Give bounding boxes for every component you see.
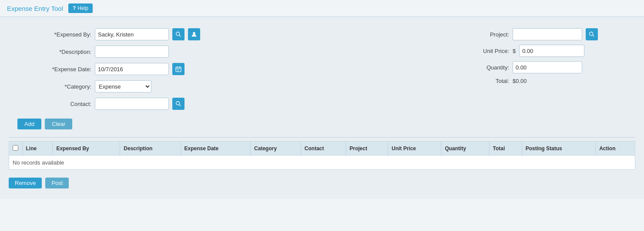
- help-label: Help: [77, 5, 88, 11]
- expensed-by-label: *Expensed By:: [35, 31, 91, 38]
- th-expensed-by: Expensed By: [53, 142, 120, 156]
- svg-line-9: [179, 105, 181, 106]
- unit-price-label: Unit Price:: [470, 48, 509, 54]
- table-header: Line Expensed By Description Expense Dat…: [9, 142, 635, 156]
- project-row: Project:: [470, 28, 609, 40]
- quantity-input[interactable]: [513, 61, 582, 73]
- expense-date-input[interactable]: [95, 63, 169, 75]
- section-divider: [9, 137, 635, 138]
- expensed-by-search-button[interactable]: [172, 28, 184, 40]
- contact-input[interactable]: [95, 98, 169, 110]
- unit-price-dollar: $: [513, 48, 516, 54]
- no-records-row: No records available: [9, 156, 635, 170]
- expensed-by-input[interactable]: [95, 28, 169, 40]
- main-content: *Expensed By: *Description:: [0, 17, 644, 199]
- svg-point-0: [176, 32, 180, 36]
- form-right: Project: Unit Price: $ Quantity:: [470, 28, 609, 110]
- person-icon: [191, 31, 197, 37]
- quantity-label: Quantity:: [470, 64, 509, 71]
- th-line: Line: [22, 142, 53, 156]
- description-input[interactable]: [95, 46, 169, 58]
- unit-price-input[interactable]: [519, 45, 584, 57]
- th-description: Description: [120, 142, 181, 156]
- contact-row: Contact:: [35, 98, 444, 110]
- unit-price-row: Unit Price: $: [470, 45, 609, 57]
- th-unit-price: Unit Price: [388, 142, 441, 156]
- contact-search-button[interactable]: [172, 98, 184, 110]
- svg-text:31: 31: [177, 69, 179, 71]
- clear-button[interactable]: Clear: [45, 119, 72, 129]
- contact-label: Contact:: [35, 101, 91, 107]
- page-title: Expense Entry Tool: [7, 5, 63, 12]
- svg-point-8: [176, 102, 180, 105]
- description-row: *Description:: [35, 46, 444, 58]
- description-label: *Description:: [35, 49, 91, 55]
- svg-point-10: [590, 32, 593, 36]
- th-quantity: Quantity: [441, 142, 489, 156]
- table-wrapper: Line Expensed By Description Expense Dat…: [9, 141, 635, 170]
- form-left: *Expensed By: *Description:: [35, 28, 444, 110]
- search-icon: [175, 101, 181, 107]
- th-expense-date: Expense Date: [181, 142, 251, 156]
- th-category: Category: [251, 142, 301, 156]
- calendar-button[interactable]: 31: [172, 63, 184, 75]
- help-question-mark: ?: [73, 5, 76, 11]
- form-area: *Expensed By: *Description:: [9, 24, 635, 114]
- expense-date-row: *Expense Date: 31: [35, 63, 444, 75]
- th-project: Project: [346, 142, 388, 156]
- page-title-static: Expense Entry: [7, 5, 51, 12]
- th-posting-status: Posting Status: [522, 142, 595, 156]
- add-button[interactable]: Add: [17, 119, 41, 129]
- expense-date-label: *Expense Date:: [35, 66, 91, 73]
- th-action: Action: [596, 142, 635, 156]
- project-input[interactable]: [513, 28, 582, 40]
- no-records-message: No records available: [9, 156, 635, 170]
- category-select[interactable]: Expense: [95, 80, 151, 92]
- expensed-by-person-button[interactable]: [188, 28, 200, 40]
- page-header: Expense Entry Tool ? Help: [0, 0, 644, 15]
- quantity-row: Quantity:: [470, 61, 609, 73]
- select-all-checkbox[interactable]: [13, 145, 18, 151]
- total-label: Total:: [470, 78, 509, 84]
- search-icon: [589, 31, 595, 37]
- th-contact: Contact: [301, 142, 345, 156]
- action-buttons-row: Add Clear: [9, 114, 635, 134]
- table-header-row: Line Expensed By Description Expense Dat…: [9, 142, 635, 156]
- th-total: Total: [489, 142, 522, 156]
- page-title-dynamic: Tool: [51, 5, 63, 12]
- svg-line-1: [179, 35, 181, 37]
- search-icon: [175, 31, 181, 37]
- project-search-button[interactable]: [586, 28, 598, 40]
- th-checkbox: [9, 142, 22, 156]
- remove-button[interactable]: Remove: [9, 178, 42, 188]
- total-value: $0.00: [513, 78, 527, 84]
- category-row: *Category: Expense: [35, 80, 444, 92]
- total-row: Total: $0.00: [470, 78, 609, 84]
- expensed-by-row: *Expensed By:: [35, 28, 444, 40]
- svg-point-2: [193, 32, 195, 34]
- project-label: Project:: [470, 31, 509, 38]
- bottom-buttons: Remove Post: [9, 174, 635, 192]
- help-button[interactable]: ? Help: [68, 3, 93, 13]
- calendar-icon: 31: [175, 66, 181, 72]
- expense-table: Line Expensed By Description Expense Dat…: [9, 142, 635, 169]
- table-body: No records available: [9, 156, 635, 170]
- post-button[interactable]: Post: [45, 178, 69, 188]
- svg-line-11: [593, 35, 594, 37]
- category-label: *Category:: [35, 83, 91, 90]
